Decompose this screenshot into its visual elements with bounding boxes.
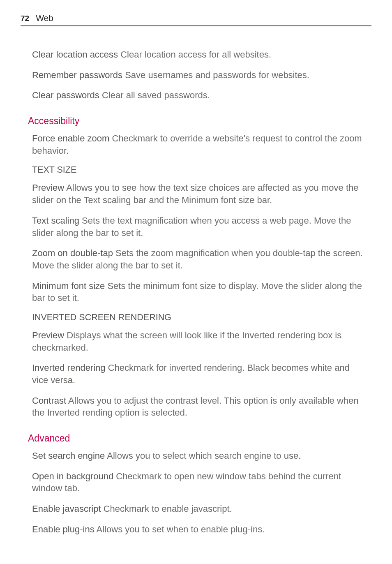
setting-clear-passwords: Clear passwords Clear all saved password… [32,89,367,102]
setting-label: Preview [32,183,64,193]
setting-description: Allows you to select which search engine… [105,451,301,461]
setting-preview-text-size: Preview Allows you to see how the text s… [32,182,367,206]
header-title: Web [36,13,53,23]
setting-label: Text scaling [32,215,79,226]
setting-minimum-font-size: Minimum font size Sets the minimum font … [32,280,367,304]
setting-label: Set search engine [32,451,105,461]
setting-enable-javascript: Enable javascript Checkmark to enable ja… [32,503,367,515]
setting-clear-location-access: Clear location access Clear location acc… [32,49,367,61]
subheading-text-size: TEXT SIZE [32,165,367,175]
setting-preview-inverted: Preview Displays what the screen will lo… [32,329,367,354]
setting-text-scaling: Text scaling Sets the text magnification… [32,215,367,239]
setting-label: Clear passwords [32,90,99,100]
setting-description: Allows you to set when to enable plug-in… [95,524,265,534]
setting-label: Inverted rendering [32,363,106,373]
subheading-inverted-screen-rendering: INVERTED SCREEN RENDERING [32,312,367,323]
setting-open-in-background: Open in background Checkmark to open new… [32,470,367,495]
setting-inverted-rendering: Inverted rendering Checkmark for inverte… [32,362,367,386]
setting-description: Clear all saved passwords. [99,90,210,100]
setting-description: Allows you to see how the text size choi… [32,183,358,205]
setting-description: Save usernames and passwords for website… [122,70,309,80]
setting-description: Checkmark to enable javascript. [101,504,232,514]
setting-zoom-double-tap: Zoom on double-tap Sets the zoom magnifi… [32,247,367,271]
setting-label: Enable plug-ins [32,524,95,534]
page: 72 Web Clear location access Clear locat… [0,0,392,564]
setting-label: Zoom on double-tap [32,248,113,258]
section-heading-accessibility: Accessibility [28,116,367,127]
setting-force-enable-zoom: Force enable zoom Checkmark to override … [32,132,367,157]
page-header: 72 Web [21,13,371,26]
setting-label: Force enable zoom [32,133,109,143]
setting-label: Open in background [32,471,113,481]
setting-label: Minimum font size [32,281,105,291]
setting-label: Contrast [32,395,66,406]
setting-enable-plug-ins: Enable plug-ins Allows you to set when t… [32,523,367,536]
setting-description: Displays what the screen will look like … [32,330,341,353]
setting-description: Clear location access for all websites. [118,49,271,60]
page-body: Clear location access Clear location acc… [21,49,371,536]
setting-label: Enable javascript [32,504,101,514]
setting-description: Allows you to adjust the contrast level.… [32,395,358,418]
setting-remember-passwords: Remember passwords Save usernames and pa… [32,69,367,81]
setting-label: Preview [32,330,64,340]
setting-label: Remember passwords [32,70,122,80]
setting-description: Sets the text magnification when you acc… [32,215,351,238]
section-heading-advanced: Advanced [28,433,367,444]
setting-set-search-engine: Set search engine Allows you to select w… [32,450,367,462]
page-number: 72 [21,14,29,23]
setting-label: Clear location access [32,49,118,60]
setting-contrast: Contrast Allows you to adjust the contra… [32,395,367,419]
